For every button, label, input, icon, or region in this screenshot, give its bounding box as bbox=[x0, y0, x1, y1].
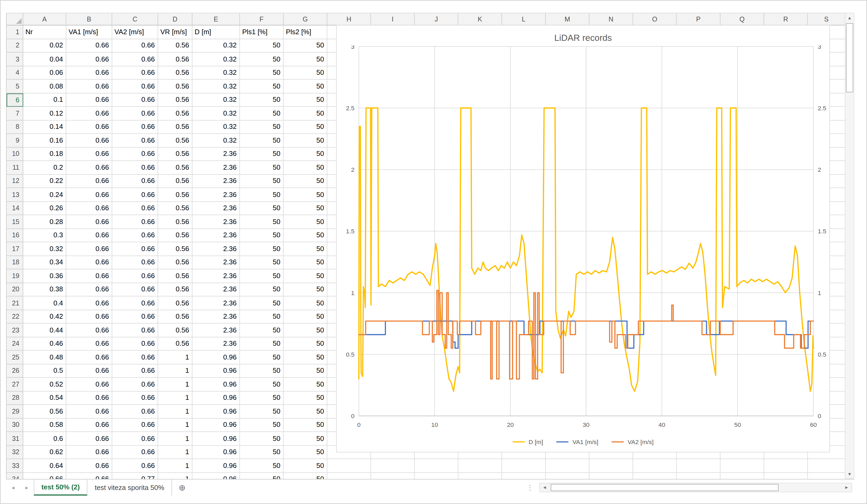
cell-K33[interactable] bbox=[458, 459, 502, 472]
cell-G2[interactable]: 50 bbox=[283, 39, 327, 53]
cell-R33[interactable] bbox=[764, 459, 808, 472]
column-header-L[interactable]: L bbox=[502, 13, 546, 25]
hscroll-right-icon[interactable]: ► bbox=[842, 485, 852, 490]
cell-B29[interactable]: 0.66 bbox=[66, 405, 112, 418]
cell-F8[interactable]: 50 bbox=[240, 120, 283, 134]
cell-C10[interactable]: 0.66 bbox=[112, 147, 158, 161]
cell-D21[interactable]: 0.56 bbox=[158, 297, 192, 310]
cell-A34[interactable]: 0.66 bbox=[23, 473, 66, 480]
hscroll-thumb[interactable] bbox=[551, 484, 779, 491]
cell-E8[interactable]: 0.32 bbox=[192, 120, 240, 134]
cell-D4[interactable]: 0.56 bbox=[158, 66, 192, 79]
cell-A16[interactable]: 0.3 bbox=[23, 229, 66, 242]
cell-B32[interactable]: 0.66 bbox=[66, 446, 112, 459]
cell-C22[interactable]: 0.66 bbox=[112, 310, 158, 323]
cell-D14[interactable]: 0.56 bbox=[158, 202, 192, 215]
cell-D34[interactable]: 1 bbox=[158, 473, 192, 480]
cell-S34[interactable] bbox=[808, 473, 846, 480]
row-header-27[interactable]: 27 bbox=[7, 378, 23, 391]
row-header-15[interactable]: 15 bbox=[7, 215, 23, 228]
cell-F1[interactable]: Pls1 [%] bbox=[240, 25, 283, 39]
cell-F12[interactable]: 50 bbox=[240, 174, 283, 188]
cell-C9[interactable]: 0.66 bbox=[112, 134, 158, 147]
row-header-28[interactable]: 28 bbox=[7, 391, 23, 405]
cell-C13[interactable]: 0.66 bbox=[112, 188, 158, 202]
cell-A24[interactable]: 0.46 bbox=[23, 337, 66, 351]
hscroll-left-icon[interactable]: ◄ bbox=[540, 485, 549, 490]
column-header-H[interactable]: H bbox=[327, 13, 371, 25]
cell-E26[interactable]: 0.96 bbox=[192, 364, 240, 378]
column-header-A[interactable]: A bbox=[23, 13, 66, 25]
sheet-tab-test-50-2[interactable]: test 50% (2) bbox=[34, 480, 87, 495]
cell-B7[interactable]: 0.66 bbox=[66, 107, 112, 120]
column-header-O[interactable]: O bbox=[633, 13, 677, 25]
cell-D18[interactable]: 0.56 bbox=[158, 256, 192, 269]
row-header-29[interactable]: 29 bbox=[7, 405, 23, 418]
cell-B5[interactable]: 0.66 bbox=[66, 79, 112, 93]
cell-F7[interactable]: 50 bbox=[240, 107, 283, 120]
cell-G27[interactable]: 50 bbox=[283, 378, 327, 391]
cell-D12[interactable]: 0.56 bbox=[158, 174, 192, 188]
cell-A6[interactable]: 0.1 bbox=[23, 93, 66, 107]
cell-F9[interactable]: 50 bbox=[240, 134, 283, 147]
cell-C29[interactable]: 0.66 bbox=[112, 405, 158, 418]
cell-F16[interactable]: 50 bbox=[240, 229, 283, 242]
chart-plot-area[interactable]: 000.50.5111.51.5222.52.5330102030405060 bbox=[336, 45, 829, 432]
cell-E22[interactable]: 2.36 bbox=[192, 310, 240, 323]
cell-G29[interactable]: 50 bbox=[283, 405, 327, 418]
cell-D15[interactable]: 0.56 bbox=[158, 215, 192, 228]
row-header-24[interactable]: 24 bbox=[7, 337, 23, 351]
cell-D31[interactable]: 1 bbox=[158, 432, 192, 446]
cell-B24[interactable]: 0.66 bbox=[66, 337, 112, 351]
cell-F34[interactable]: 50 bbox=[240, 473, 283, 480]
cell-F25[interactable]: 50 bbox=[240, 351, 283, 364]
row-header-10[interactable]: 10 bbox=[7, 147, 23, 161]
cell-F32[interactable]: 50 bbox=[240, 446, 283, 459]
cell-B3[interactable]: 0.66 bbox=[66, 53, 112, 66]
row-header-18[interactable]: 18 bbox=[7, 256, 23, 269]
cell-B21[interactable]: 0.66 bbox=[66, 297, 112, 310]
cell-F20[interactable]: 50 bbox=[240, 283, 283, 297]
cell-G4[interactable]: 50 bbox=[283, 66, 327, 79]
cell-C34[interactable]: 0.77 bbox=[112, 473, 158, 480]
chart[interactable]: LiDAR records 000.50.5111.51.5222.52.533… bbox=[336, 25, 830, 452]
cell-F10[interactable]: 50 bbox=[240, 147, 283, 161]
cell-F28[interactable]: 50 bbox=[240, 391, 283, 405]
cell-E15[interactable]: 2.36 bbox=[192, 215, 240, 228]
tab-nav-right-icon[interactable]: ► bbox=[20, 480, 34, 495]
cell-F22[interactable]: 50 bbox=[240, 310, 283, 323]
row-header-22[interactable]: 22 bbox=[7, 310, 23, 323]
cell-A29[interactable]: 0.56 bbox=[23, 405, 66, 418]
cell-D10[interactable]: 0.56 bbox=[158, 147, 192, 161]
cell-E13[interactable]: 2.36 bbox=[192, 188, 240, 202]
cell-C28[interactable]: 0.66 bbox=[112, 391, 158, 405]
row-header-6[interactable]: 6 bbox=[7, 93, 23, 107]
cell-D32[interactable]: 1 bbox=[158, 446, 192, 459]
cell-A20[interactable]: 0.38 bbox=[23, 283, 66, 297]
cell-B4[interactable]: 0.66 bbox=[66, 66, 112, 79]
cell-G18[interactable]: 50 bbox=[283, 256, 327, 269]
cell-A23[interactable]: 0.44 bbox=[23, 323, 66, 337]
cell-F29[interactable]: 50 bbox=[240, 405, 283, 418]
cell-A9[interactable]: 0.16 bbox=[23, 134, 66, 147]
cell-F33[interactable]: 50 bbox=[240, 459, 283, 472]
cell-R34[interactable] bbox=[764, 473, 808, 480]
cell-B23[interactable]: 0.66 bbox=[66, 323, 112, 337]
cell-D28[interactable]: 1 bbox=[158, 391, 192, 405]
cell-C26[interactable]: 0.66 bbox=[112, 364, 158, 378]
cell-A15[interactable]: 0.28 bbox=[23, 215, 66, 228]
column-header-S[interactable]: S bbox=[808, 13, 846, 25]
cell-C7[interactable]: 0.66 bbox=[112, 107, 158, 120]
vscroll-thumb[interactable] bbox=[846, 23, 853, 93]
cell-D11[interactable]: 0.56 bbox=[158, 161, 192, 174]
cell-E33[interactable]: 0.96 bbox=[192, 459, 240, 472]
cell-B14[interactable]: 0.66 bbox=[66, 202, 112, 215]
column-header-E[interactable]: E bbox=[192, 13, 240, 25]
tab-nav-left-icon[interactable]: ◄ bbox=[6, 480, 20, 495]
cell-A19[interactable]: 0.36 bbox=[23, 269, 66, 283]
cell-B9[interactable]: 0.66 bbox=[66, 134, 112, 147]
cell-D13[interactable]: 0.56 bbox=[158, 188, 192, 202]
cell-F18[interactable]: 50 bbox=[240, 256, 283, 269]
cell-F26[interactable]: 50 bbox=[240, 364, 283, 378]
cell-E18[interactable]: 2.36 bbox=[192, 256, 240, 269]
